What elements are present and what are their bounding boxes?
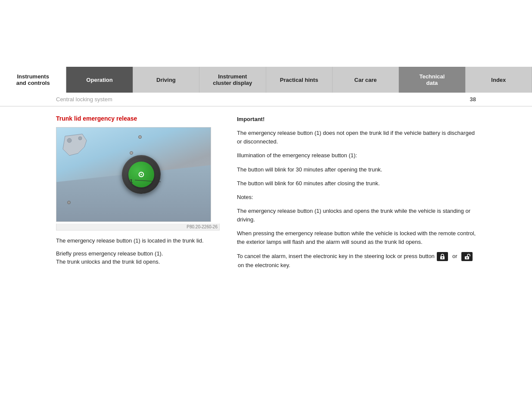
nav-label-operation: Operation: [86, 77, 112, 83]
right-para-6: To cancel the alarm, insert the electron…: [237, 252, 476, 270]
right-description: Important! The emergency release button …: [237, 115, 476, 270]
release-button-container: ⊙: [122, 155, 161, 194]
nav-label-practical-hints: Practical hints: [280, 77, 318, 83]
illumination-heading: Illumination of the emergency release bu…: [237, 151, 476, 160]
nav-practical-hints[interactable]: Practical hints: [266, 67, 333, 93]
key-icon-unlock: [461, 252, 473, 261]
left-column: Trunk lid emergency release: [56, 115, 220, 275]
important-heading: Important!: [237, 115, 476, 124]
page-number: 38: [470, 96, 476, 103]
nav-label-car-care: Car care: [355, 77, 377, 83]
svg-point-6: [467, 257, 468, 258]
nav-driving[interactable]: Driving: [133, 67, 199, 93]
svg-point-1: [78, 137, 82, 140]
svg-point-0: [67, 138, 72, 143]
para-6-before: To cancel the alarm, insert the electron…: [237, 253, 435, 259]
key-icon-lock: [437, 252, 448, 261]
screw-1: [138, 135, 142, 139]
notes-heading: Notes:: [237, 193, 476, 202]
label-1: 1: [130, 178, 133, 184]
nav-label-driving: Driving: [156, 77, 176, 83]
right-para-2: The button will blink for 30 minutes aft…: [237, 165, 476, 174]
label-line-svg: [135, 177, 163, 183]
section-heading: Trunk lid emergency release: [56, 115, 220, 122]
left-para-2: Briefly press emergency release button (…: [56, 249, 220, 266]
right-column: Important! The emergency release button …: [237, 115, 476, 275]
svg-point-4: [442, 257, 443, 258]
nav-label-technical-data: Technicaldata: [419, 73, 445, 86]
screw-3: [67, 201, 71, 204]
label-1-text: 1: [130, 178, 133, 184]
right-para-4: The emergency release button (1) unlocks…: [237, 207, 476, 224]
bracket: [61, 132, 91, 168]
screw-2: [130, 151, 133, 155]
image-reference: P80.20-2260-26: [56, 224, 220, 230]
section-title: Central locking system: [56, 96, 470, 103]
bracket-svg: [61, 132, 91, 166]
nav-technical-data[interactable]: Technicaldata: [399, 67, 465, 93]
page-header: Central locking system 38: [0, 93, 532, 106]
nav-label-instruments: Instruments and controls: [16, 73, 50, 86]
nav-label-cluster: Instrument cluster display: [213, 73, 252, 86]
nav-car-care[interactable]: Car care: [333, 67, 399, 93]
nav-label-index: Index: [491, 77, 506, 83]
nav-index[interactable]: Index: [466, 67, 532, 93]
svg-line-2: [135, 180, 161, 182]
left-description: The emergency release button (1) is loca…: [56, 237, 220, 266]
right-para-5: When pressing the emergency release butt…: [237, 229, 476, 246]
navigation-bar: Instruments and controls Operation Drivi…: [0, 67, 532, 93]
content-area: Trunk lid emergency release: [0, 106, 532, 283]
para-6-after: on the electronic key.: [238, 262, 290, 268]
right-para-1: The emergency release button (1) does no…: [237, 129, 476, 146]
para-6-or: or: [452, 253, 457, 259]
button-outer-ring: ⊙: [122, 155, 161, 194]
left-para-1: The emergency release button (1) is loca…: [56, 237, 220, 245]
nav-operation[interactable]: Operation: [66, 67, 133, 93]
trunk-illustration: ⊙ 1: [56, 127, 211, 222]
nav-instruments-and-controls[interactable]: Instruments and controls: [0, 67, 66, 93]
nav-instrument-cluster-display[interactable]: Instrument cluster display: [199, 67, 266, 93]
right-para-3: The button will blink for 60 minutes aft…: [237, 179, 476, 188]
